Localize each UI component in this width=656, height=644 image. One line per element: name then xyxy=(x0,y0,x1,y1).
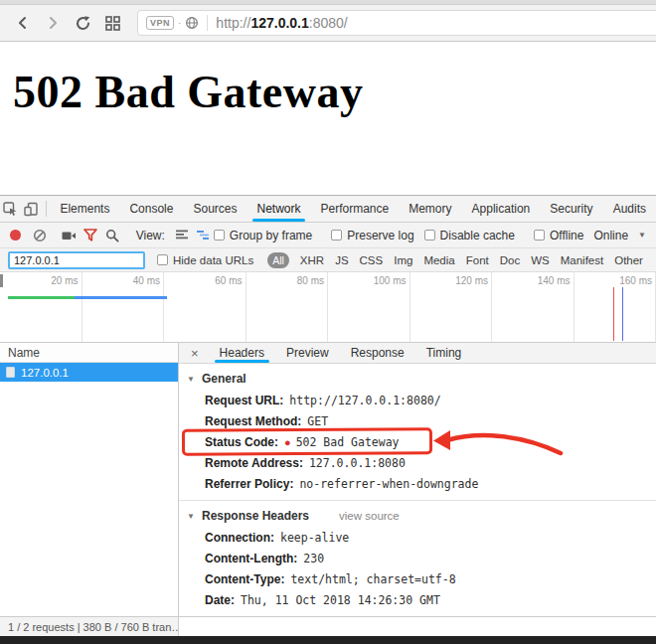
general-section: ▼ General Request URL: http://127.0.0.1:… xyxy=(179,364,656,500)
clear-button[interactable] xyxy=(29,225,51,246)
toolbar-separator xyxy=(46,201,47,217)
network-overview-timeline[interactable]: 20 ms 40 ms 60 ms 80 ms 100 ms 120 ms 14… xyxy=(0,272,656,343)
request-waiting-bar xyxy=(8,296,75,299)
network-body: Name 127.0.0.1 × Headers Preview Respons… xyxy=(0,343,656,616)
disable-cache-option[interactable]: Disable cache xyxy=(424,229,515,242)
tab-elements[interactable]: Elements xyxy=(50,196,119,222)
tab-performance[interactable]: Performance xyxy=(311,196,400,222)
window-bottom-edge xyxy=(0,636,656,644)
overview-toggle[interactable] xyxy=(192,225,214,246)
device-toolbar-icon xyxy=(24,202,39,217)
tab-response[interactable]: Response xyxy=(340,343,415,363)
browser-window: VPN · http://127.0.0.1:8080/ 502 Bad Gat… xyxy=(0,0,656,644)
back-icon xyxy=(16,16,30,30)
badge-separator-dot: · xyxy=(178,18,181,29)
error-heading: 502 Bad Gateway xyxy=(13,66,656,118)
url-text[interactable]: http://127.0.0.1:8080/ xyxy=(216,15,347,31)
hide-data-urls-checkbox[interactable] xyxy=(157,254,168,265)
filter-type-js[interactable]: JS xyxy=(335,254,348,266)
name-column-header[interactable]: Name xyxy=(0,343,178,363)
filter-type-doc[interactable]: Doc xyxy=(500,254,520,266)
tab-timing[interactable]: Timing xyxy=(415,343,473,363)
tab-console[interactable]: Console xyxy=(119,196,183,222)
request-type-filters: All XHR JS CSS Img Media Font Doc WS Man… xyxy=(267,252,643,268)
request-list-panel: Name 127.0.0.1 xyxy=(0,343,179,616)
preserve-log-checkbox[interactable] xyxy=(331,230,342,241)
tab-preview[interactable]: Preview xyxy=(275,343,340,363)
filter-type-img[interactable]: Img xyxy=(394,254,412,266)
inspect-element-button[interactable] xyxy=(0,196,21,222)
general-section-header[interactable]: ▼ General xyxy=(179,368,656,390)
filter-type-all[interactable]: All xyxy=(267,252,289,268)
devtools-tab-bar: Elements Console Sources Network Perform… xyxy=(0,196,656,223)
header-row-content-length: Content-Length: 230 xyxy=(179,548,656,568)
header-row-request-method: Request Method: GET xyxy=(179,410,656,431)
timeline-grid: 20 ms 40 ms 60 ms 80 ms 100 ms 120 ms 14… xyxy=(0,272,656,342)
filter-type-xhr[interactable]: XHR xyxy=(300,254,324,266)
apps-grid-icon xyxy=(105,16,120,31)
offline-option[interactable]: Offline xyxy=(534,229,583,242)
header-row-referrer-policy: Referrer Policy: no-referrer-when-downgr… xyxy=(179,473,656,494)
reload-button[interactable] xyxy=(70,10,95,36)
requests-summary: 1 / 2 requests | 380 B / 760 B tran… xyxy=(0,617,179,636)
hide-data-urls-option[interactable]: Hide data URLs xyxy=(157,254,253,266)
tab-audits[interactable]: Audits xyxy=(603,196,656,222)
apps-grid-button[interactable] xyxy=(99,10,125,36)
forward-button[interactable] xyxy=(40,10,66,36)
preserve-log-option[interactable]: Preserve log xyxy=(331,229,413,242)
page-content: 502 Bad Gateway xyxy=(0,42,656,195)
capture-screenshots-button[interactable] xyxy=(59,225,81,246)
network-filter-bar: Hide data URLs All XHR JS CSS Img Media … xyxy=(0,248,656,272)
tab-network[interactable]: Network xyxy=(246,196,310,222)
group-by-frame-option[interactable]: Group by frame xyxy=(214,229,312,242)
view-label: View: xyxy=(136,229,165,242)
device-toolbar-button[interactable] xyxy=(21,196,42,222)
timeline-drag-handle[interactable] xyxy=(0,274,3,287)
filter-type-manifest[interactable]: Manifest xyxy=(561,254,603,266)
tab-memory[interactable]: Memory xyxy=(399,196,461,222)
header-row-remote-address: Remote Address: 127.0.0.1:8080 xyxy=(179,452,656,473)
filter-type-font[interactable]: Font xyxy=(466,254,489,266)
filter-input[interactable] xyxy=(8,251,145,269)
response-headers-section-header[interactable]: ▼ Response Headers view source xyxy=(179,505,656,527)
forward-icon xyxy=(46,16,60,30)
globe-icon[interactable] xyxy=(185,16,199,30)
inspect-cursor-icon xyxy=(3,202,18,217)
offline-checkbox[interactable] xyxy=(534,230,545,241)
large-rows-toggle[interactable] xyxy=(171,225,193,246)
request-row-selected[interactable]: 127.0.0.1 xyxy=(0,363,178,382)
triangle-down-icon: ▼ xyxy=(187,512,196,521)
vpn-badge[interactable]: VPN xyxy=(146,16,174,30)
triangle-down-icon: ▼ xyxy=(187,375,196,384)
address-bar[interactable]: VPN · http://127.0.0.1:8080/ xyxy=(137,10,656,36)
search-button[interactable] xyxy=(101,225,123,246)
timeline-tick: 80 ms xyxy=(246,272,329,342)
filter-type-media[interactable]: Media xyxy=(423,254,454,266)
url-port-path: :8080/ xyxy=(309,15,348,31)
throttling-dropdown[interactable]: Online xyxy=(593,229,628,242)
filter-type-css[interactable]: CSS xyxy=(360,254,384,266)
url-separator xyxy=(207,15,208,31)
dropdown-caret-icon[interactable]: ▼ xyxy=(638,231,648,240)
tab-sources[interactable]: Sources xyxy=(183,196,246,222)
waterfall-icon xyxy=(196,229,211,242)
tab-security[interactable]: Security xyxy=(540,196,602,222)
disable-cache-checkbox[interactable] xyxy=(424,230,435,241)
close-details-button[interactable]: × xyxy=(179,343,209,363)
tab-application[interactable]: Application xyxy=(462,196,541,222)
filter-type-ws[interactable]: WS xyxy=(531,254,550,266)
filter-type-other[interactable]: Other xyxy=(614,254,643,266)
record-button[interactable] xyxy=(10,230,21,241)
back-button[interactable] xyxy=(10,10,36,36)
reload-icon xyxy=(75,15,91,32)
timeline-tick: 120 ms xyxy=(410,272,493,342)
group-by-frame-checkbox[interactable] xyxy=(214,230,225,241)
clear-icon xyxy=(33,229,47,242)
view-source-link[interactable]: view source xyxy=(339,510,400,522)
devtools-panel: Elements Console Sources Network Perform… xyxy=(0,195,656,644)
header-row-date: Date: Thu, 11 Oct 2018 14:26:30 GMT xyxy=(179,589,656,610)
tab-headers[interactable]: Headers xyxy=(209,343,275,363)
timeline-tick: 40 ms xyxy=(82,272,165,342)
browser-toolbar: VPN · http://127.0.0.1:8080/ xyxy=(0,5,656,42)
filter-toggle-button[interactable] xyxy=(81,225,102,246)
